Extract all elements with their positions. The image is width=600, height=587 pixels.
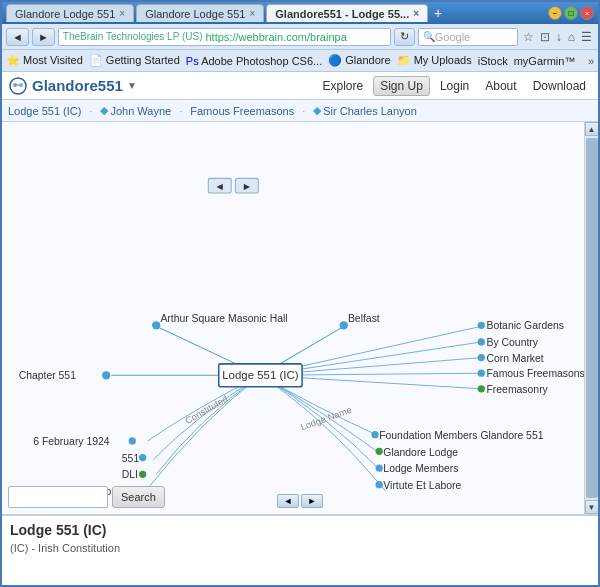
svg-point-1 [13, 83, 17, 87]
star-icon[interactable]: ☆ [521, 30, 536, 44]
bookmark-photoshop[interactable]: Ps Adobe Photoshop CS6... [186, 55, 322, 67]
nav-login[interactable]: Login [434, 77, 475, 95]
bookmark-garmin[interactable]: myGarmin™ [514, 55, 576, 67]
ps-icon-bm: Ps [186, 55, 201, 67]
graph-search-button[interactable]: Search [112, 486, 165, 508]
forward-button[interactable]: ► [32, 28, 55, 46]
link-label-constituted: Constituted [183, 394, 229, 426]
bookmark-glandore[interactable]: 🔵 Glandore [328, 54, 390, 67]
nav-download[interactable]: Download [527, 77, 592, 95]
node-feb-label: 6 February 1924 [33, 436, 110, 447]
center-node-label: Lodge 551 (IC) [222, 369, 299, 381]
tab-2[interactable]: Glandore Lodge 551 × [136, 4, 264, 22]
toolbar-icons: ☆ ⊡ ↓ ⌂ ☰ [521, 30, 594, 44]
nav-explore[interactable]: Explore [317, 77, 370, 95]
link-lodge-virtute [260, 375, 385, 491]
page-icon-bm: 📄 [89, 54, 106, 66]
url-bar[interactable]: TheBrain Technologies LP (US) https://we… [58, 28, 391, 46]
scrollbar-down-button[interactable]: ▼ [585, 500, 599, 514]
info-title: Lodge 551 (IC) [10, 522, 590, 538]
bookmarks-bar: ⭐ Most Visited 📄 Getting Started Ps Adob… [2, 50, 598, 72]
window-controls: − □ × [548, 6, 594, 20]
download-icon[interactable]: ↓ [554, 30, 564, 44]
scrollbar-up-button[interactable]: ▲ [585, 122, 599, 136]
info-subtitle: (IC) - Irish Constitution [10, 542, 590, 554]
brain-nav-item-sircharles[interactable]: ◆ Sir Charles Lanyon [313, 104, 417, 117]
address-bar: ◄ ► TheBrain Technologies LP (US) https:… [2, 24, 598, 50]
app-logo: Glandore551 ▼ [8, 76, 137, 96]
node-lodgemembers-dot[interactable] [376, 464, 383, 471]
new-tab-button[interactable]: + [430, 5, 446, 21]
node-dli-dot[interactable] [139, 471, 146, 478]
tab-2-close[interactable]: × [249, 8, 255, 19]
bookmark-icon[interactable]: ⊡ [538, 30, 552, 44]
tab-1-label: Glandore Lodge 551 [15, 8, 115, 20]
brain-graph[interactable]: Constituted Lodge Name ◄ ► Lodge 551 (IC… [2, 122, 598, 515]
main-content: Constituted Lodge Name ◄ ► Lodge 551 (IC… [2, 122, 598, 585]
url-text: https://webbrain.com/brainpa [206, 31, 347, 43]
bookmark-istock[interactable]: iStock [478, 55, 508, 67]
close-button[interactable]: × [580, 6, 594, 20]
node-arthur-dot[interactable] [152, 321, 160, 329]
svg-point-0 [10, 78, 26, 94]
node-feb-dot[interactable] [129, 437, 136, 444]
node-cornmarket-label: Corn Market [487, 353, 544, 364]
back-button[interactable]: ◄ [6, 28, 29, 46]
title-bar: Glandore Lodge 551 × Glandore Lodge 551 … [2, 2, 598, 24]
search-placeholder: Google [435, 31, 470, 43]
node-famous-label: Famous Freemasons [487, 368, 585, 379]
node-glandorelodge-dot[interactable] [376, 448, 383, 455]
more-bookmarks-button[interactable]: » [588, 55, 594, 67]
diamond-icon-1: ◆ [100, 104, 108, 117]
bottom-nav-right[interactable]: ► [301, 494, 323, 508]
app-title-dropdown[interactable]: ▼ [127, 80, 137, 91]
node-bycountry-label: By Country [487, 337, 539, 348]
refresh-button[interactable]: ↻ [394, 28, 415, 46]
tab-1-close[interactable]: × [119, 8, 125, 19]
bookmark-myuploads[interactable]: 📁 My Uploads [397, 54, 472, 67]
brain-nav-item-famousfreemasons[interactable]: Famous Freemasons [190, 105, 294, 117]
tab-3[interactable]: Glandore551 - Lodge 55... × [266, 4, 428, 22]
brain-nav-item-johnwayne[interactable]: ◆ John Wayne [100, 104, 171, 117]
node-virtute-label: Virtute Et Labore [383, 480, 461, 491]
graph-scrollbar[interactable]: ▲ ▼ [584, 122, 598, 514]
bottom-nav-left[interactable]: ◄ [277, 494, 299, 508]
node-botanic-dot[interactable] [478, 322, 485, 329]
tab-2-label: Glandore Lodge 551 [145, 8, 245, 20]
minimize-button[interactable]: − [548, 6, 562, 20]
nav-about[interactable]: About [479, 77, 522, 95]
tab-bar: Glandore Lodge 551 × Glandore Lodge 551 … [6, 4, 548, 22]
scrollbar-thumb[interactable] [586, 138, 598, 498]
bookmark-getting-started[interactable]: 📄 Getting Started [89, 54, 180, 67]
node-foundation-dot[interactable] [371, 431, 378, 438]
nav-signup[interactable]: Sign Up [373, 76, 430, 96]
node-cornmarket-dot[interactable] [478, 354, 485, 361]
node-virtute-dot[interactable] [376, 481, 383, 488]
brain-nav-item-lodge551[interactable]: Lodge 551 (IC) [8, 105, 81, 117]
svg-point-2 [19, 83, 23, 87]
node-freemasonry-label: Freemasonry [487, 384, 549, 395]
star-icon-bm: ⭐ [6, 54, 23, 66]
glandore-icon-bm: 🔵 [328, 54, 345, 66]
tab-1[interactable]: Glandore Lodge 551 × [6, 4, 134, 22]
bookmark-most-visited[interactable]: ⭐ Most Visited [6, 54, 83, 67]
link-lodge-firstwm [146, 375, 261, 491]
node-foundation-label: Foundation Members Glandore 551 [379, 430, 543, 441]
tab-3-close[interactable]: × [413, 8, 419, 19]
node-chapter-dot[interactable] [102, 371, 110, 379]
home-icon[interactable]: ⌂ [566, 30, 577, 44]
graph-search-input[interactable] [8, 486, 108, 508]
nav-arrow-left-icon: ◄ [215, 181, 225, 192]
node-famous-dot[interactable] [478, 370, 485, 377]
node-551-label: 551 [122, 453, 140, 464]
node-botanic-label: Botanic Gardens [487, 320, 565, 331]
node-freemasonry-dot[interactable] [478, 385, 485, 392]
google-search-bar[interactable]: 🔍 Google [418, 28, 518, 46]
maximize-button[interactable]: □ [564, 6, 578, 20]
node-bycountry-dot[interactable] [478, 338, 485, 345]
node-551-dot[interactable] [139, 454, 146, 461]
node-chapter-label: Chapter 551 [19, 370, 76, 381]
menu-icon[interactable]: ☰ [579, 30, 594, 44]
node-belfast-dot[interactable] [340, 321, 348, 329]
node-belfast-label: Belfast [348, 313, 380, 324]
